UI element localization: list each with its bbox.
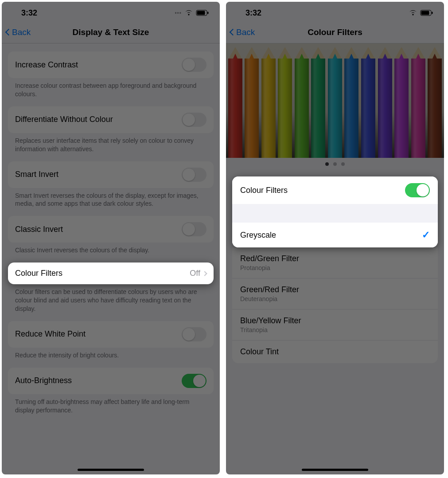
reduce-white-point-row[interactable]: Reduce White Point xyxy=(8,321,214,348)
greyscale-option[interactable]: Greyscale ✓ xyxy=(232,223,438,247)
row-label: Reduce White Point xyxy=(15,329,182,339)
home-indicator xyxy=(78,469,144,471)
wifi-icon xyxy=(409,10,417,16)
increase-contrast-toggle[interactable] xyxy=(182,58,206,72)
pencil-icon xyxy=(227,43,243,158)
reduce-white-point-toggle[interactable] xyxy=(182,327,206,341)
battery-icon xyxy=(196,10,209,16)
colour-preview[interactable] xyxy=(226,43,444,158)
pencil-icon xyxy=(311,43,327,158)
pencil-icon xyxy=(277,43,293,158)
row-label: Increase Contrast xyxy=(15,60,182,70)
svg-rect-4 xyxy=(421,11,429,15)
row-footer: Turning off auto-brightness may affect b… xyxy=(8,394,214,415)
pencil-icon xyxy=(327,43,343,158)
battery-icon xyxy=(420,10,433,16)
page-dot[interactable] xyxy=(333,162,337,166)
pencil-icon xyxy=(344,43,360,158)
row-label: Greyscale xyxy=(240,231,276,240)
row-label: Green/Red Filter xyxy=(240,285,299,294)
back-label: Back xyxy=(12,27,31,37)
row-label: Classic Invert xyxy=(15,225,182,234)
pencil-icon xyxy=(244,43,260,158)
left-screenshot: 3:32 ••• Back Display & Text Size Increa… xyxy=(2,2,220,474)
pencil-icon xyxy=(410,43,426,158)
page-title: Colour Filters xyxy=(226,27,444,37)
classic-invert-toggle[interactable] xyxy=(182,222,206,236)
row-footer: Increase colour contrast between app for… xyxy=(8,78,214,98)
page-dot[interactable] xyxy=(341,162,345,166)
row-label: Smart Invert xyxy=(15,170,182,179)
pencil-icon xyxy=(377,43,393,158)
row-subtitle: Deuteranopia xyxy=(240,295,299,302)
row-label: Auto-Brightness xyxy=(15,376,182,385)
chevron-right-icon xyxy=(202,271,207,276)
page-indicator[interactable] xyxy=(226,158,444,170)
svg-rect-5 xyxy=(432,12,433,14)
settings-list: Increase Contrast Increase colour contra… xyxy=(2,43,220,474)
pencil-icon xyxy=(393,43,409,158)
classic-invert-row[interactable]: Classic Invert xyxy=(8,216,214,243)
row-label: Colour Filters xyxy=(15,269,190,278)
colour-filters-toggle[interactable] xyxy=(405,183,430,197)
pencil-icon xyxy=(427,43,443,158)
svg-rect-1 xyxy=(197,11,205,15)
filter-options-list: Red/Green Filter Protanopia Green/Red Fi… xyxy=(232,247,438,363)
nav-bar: Back Colour Filters xyxy=(226,21,444,43)
row-subtitle: Tritanopia xyxy=(240,326,301,333)
nav-bar: Back Display & Text Size xyxy=(2,21,220,43)
highlighted-section: Colour Filters Greyscale ✓ xyxy=(232,176,438,247)
row-label: Differentiate Without Colour xyxy=(15,115,182,124)
status-bar: 3:32 ••• xyxy=(2,2,220,21)
row-label: Blue/Yellow Filter xyxy=(240,316,301,325)
row-subtitle: Protanopia xyxy=(240,264,299,271)
wifi-icon xyxy=(184,10,193,16)
row-footer: Smart Invert reverses the colours of the… xyxy=(8,188,214,208)
back-button[interactable]: Back xyxy=(230,27,255,37)
colour-filters-toggle-row[interactable]: Colour Filters xyxy=(232,176,438,204)
back-label: Back xyxy=(236,27,255,37)
status-icons: ••• xyxy=(175,10,209,16)
green-red-option[interactable]: Green/Red Filter Deuteranopia xyxy=(232,278,438,309)
row-footer: Colour filters can be used to differenti… xyxy=(8,284,214,313)
red-green-option[interactable]: Red/Green Filter Protanopia xyxy=(232,247,438,278)
smart-invert-toggle[interactable] xyxy=(182,168,206,182)
status-icons xyxy=(409,10,433,16)
row-footer: Classic Invert reverses the colours of t… xyxy=(8,243,214,255)
row-label: Colour Filters xyxy=(240,186,288,195)
page-title: Display & Text Size xyxy=(2,27,220,37)
status-time: 3:32 xyxy=(21,8,37,18)
page-dot[interactable] xyxy=(325,162,329,166)
pencils-illustration xyxy=(226,43,444,158)
svg-rect-2 xyxy=(207,12,209,14)
recording-indicator-icon: ••• xyxy=(175,10,182,16)
blue-yellow-option[interactable]: Blue/Yellow Filter Tritanopia xyxy=(232,309,438,340)
auto-brightness-row[interactable]: Auto-Brightness xyxy=(8,368,214,394)
differentiate-without-colour-toggle[interactable] xyxy=(182,113,206,127)
checkmark-icon: ✓ xyxy=(422,229,430,241)
row-footer: Reduce the intensity of bright colours. xyxy=(8,348,214,360)
pencil-icon xyxy=(360,43,376,158)
chevron-left-icon xyxy=(230,29,237,36)
status-bar: 3:32 xyxy=(226,2,444,21)
smart-invert-row[interactable]: Smart Invert xyxy=(8,161,214,188)
differentiate-without-colour-row[interactable]: Differentiate Without Colour xyxy=(8,106,214,133)
status-time: 3:32 xyxy=(245,8,261,18)
row-value: Off xyxy=(190,269,200,278)
colour-filters-content: Colour Filters Greyscale ✓ Red/Green Fil… xyxy=(226,43,444,474)
pencil-icon xyxy=(261,43,277,158)
auto-brightness-toggle[interactable] xyxy=(182,374,206,388)
pencil-icon xyxy=(294,43,310,158)
row-label: Colour Tint xyxy=(240,347,279,357)
chevron-left-icon xyxy=(5,29,12,36)
home-indicator xyxy=(302,469,368,471)
colour-tint-option[interactable]: Colour Tint xyxy=(232,340,438,363)
row-label: Red/Green Filter xyxy=(240,254,299,263)
row-footer: Replaces user interface items that rely … xyxy=(8,133,214,153)
back-button[interactable]: Back xyxy=(6,27,31,37)
colour-filters-row[interactable]: Colour Filters Off xyxy=(8,263,214,284)
increase-contrast-row[interactable]: Increase Contrast xyxy=(8,51,214,78)
right-screenshot: 3:32 Back Colour Filters Colour Filters xyxy=(226,2,444,474)
